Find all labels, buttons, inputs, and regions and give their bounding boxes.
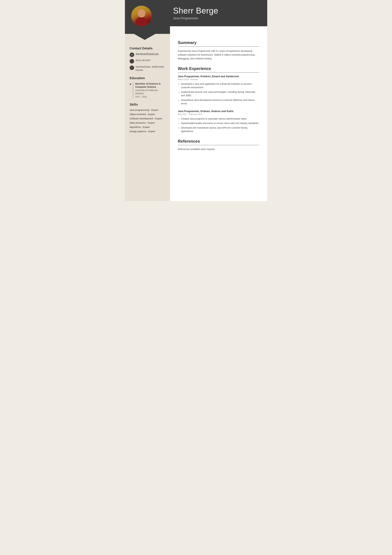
candidate-title: Java Programmer bbox=[173, 16, 259, 20]
job-date-0: March 2023 - Present bbox=[178, 78, 259, 80]
email-link[interactable]: sherrberge@gmail.com bbox=[136, 52, 159, 55]
education-section-title: Education bbox=[130, 76, 165, 80]
references-title: References bbox=[178, 139, 259, 145]
email-value: sherrberge@gmail.com bbox=[136, 52, 159, 56]
summary-title: Summary bbox=[178, 40, 259, 47]
contact-phone-item: 📞 (614) 240 8167 bbox=[130, 59, 165, 64]
contact-address-item: 📍 Sanfordchester, 44569-4348, Kansas bbox=[130, 65, 165, 72]
skills-section: Skills Java programming - Expert Object-… bbox=[130, 103, 165, 133]
references-text: References available upon request bbox=[178, 148, 259, 150]
skill-item-5: Design patterns - Expert bbox=[130, 130, 165, 133]
education-degree: Bachelor of Science in Computer Science bbox=[135, 82, 165, 88]
skill-item-3: Data structures - Expert bbox=[130, 121, 165, 124]
skill-item-1: Object-oriented - Expert bbox=[130, 113, 165, 116]
main-panel: Summary Experienced Java Programmer with… bbox=[170, 34, 267, 201]
contact-section: Contact Details ✉ sherrberge@gmail.com 📞… bbox=[130, 47, 165, 72]
chevron-left bbox=[125, 26, 170, 34]
work-experience-title: Work Experience bbox=[178, 66, 259, 73]
education-content: Bachelor of Science in Computer Science … bbox=[133, 82, 165, 98]
work-experience-section: Work Experience Java Programmer, Kshleri… bbox=[178, 66, 259, 133]
skill-item-0: Java programming - Expert bbox=[130, 109, 165, 111]
chevron-arrow-icon bbox=[133, 33, 157, 40]
summary-text: Experienced Java Programmer with 5+ year… bbox=[178, 49, 259, 60]
job-bullets-1: Created Java programs to automate variou… bbox=[178, 117, 259, 133]
phone-value: (614) 240 8167 bbox=[136, 59, 151, 62]
main-content: Contact Details ✉ sherrberge@gmail.com 📞… bbox=[125, 34, 267, 201]
education-bullet: ● bbox=[130, 82, 131, 86]
education-years: 2017 - 2021 bbox=[135, 95, 165, 98]
job-bullet-0-2: Streamlined Java development process to … bbox=[181, 98, 259, 105]
summary-section: Summary Experienced Java Programmer with… bbox=[178, 40, 259, 60]
job-item-1: Java Programmer, Erdman, Hudson and Kuhi… bbox=[178, 110, 259, 133]
education-section: Education ● Bachelor of Science in Compu… bbox=[130, 76, 165, 98]
job-item-0: Java Programmer, Kshlerin, Emard and Van… bbox=[178, 75, 259, 105]
education-school: University of California, Berkeley bbox=[135, 89, 165, 95]
skill-item-2: Software development - Expert bbox=[130, 117, 165, 120]
location-icon: 📍 bbox=[130, 66, 134, 70]
job-bullet-1-1: Spearheaded quality assurance to ensure … bbox=[181, 121, 259, 125]
skills-list: Java programming - Expert Object-oriente… bbox=[130, 109, 165, 133]
avatar bbox=[131, 6, 152, 26]
phone-icon: 📞 bbox=[130, 59, 134, 64]
header-area: Sherr Berge Java Programmer bbox=[125, 0, 267, 34]
chevron-strip bbox=[125, 26, 267, 34]
contact-email-item: ✉ sherrberge@gmail.com bbox=[130, 52, 165, 57]
contact-section-title: Contact Details bbox=[130, 47, 165, 50]
header-dark: Sherr Berge Java Programmer bbox=[125, 0, 267, 26]
avatar-image bbox=[131, 6, 152, 26]
header-info: Sherr Berge Java Programmer bbox=[173, 6, 259, 20]
header-left-panel bbox=[125, 0, 170, 26]
candidate-name: Sherr Berge bbox=[173, 6, 259, 15]
email-icon: ✉ bbox=[130, 52, 134, 57]
chevron-right bbox=[170, 26, 267, 34]
address-value: Sanfordchester, 44569-4348, Kansas bbox=[136, 65, 164, 72]
sidebar: Contact Details ✉ sherrberge@gmail.com 📞… bbox=[125, 34, 170, 201]
avatar-container bbox=[131, 6, 152, 26]
job-bullet-1-0: Created Java programs to automate variou… bbox=[181, 117, 259, 120]
job-title-1: Java Programmer, Erdman, Hudson and Kuhi… bbox=[178, 110, 259, 113]
job-bullets-0: Developed a Java web application for a f… bbox=[178, 82, 259, 105]
job-bullet-1-2: Developed and maintained various Java AP… bbox=[181, 126, 259, 133]
skills-section-title: Skills bbox=[130, 103, 165, 106]
header-right-panel: Sherr Berge Java Programmer bbox=[170, 0, 267, 26]
skill-item-4: Algorithms - Expert bbox=[130, 126, 165, 128]
job-bullet-0-1: Implemented several core Java technologi… bbox=[181, 90, 259, 97]
job-bullet-0-0: Developed a Java web application for a f… bbox=[181, 82, 259, 89]
references-section: References References available upon req… bbox=[178, 139, 259, 150]
job-date-1: May 2021 - February 2023 bbox=[178, 113, 259, 115]
education-item: ● Bachelor of Science in Computer Scienc… bbox=[130, 82, 165, 98]
job-title-0: Java Programmer, Kshlerin, Emard and Van… bbox=[178, 75, 259, 78]
